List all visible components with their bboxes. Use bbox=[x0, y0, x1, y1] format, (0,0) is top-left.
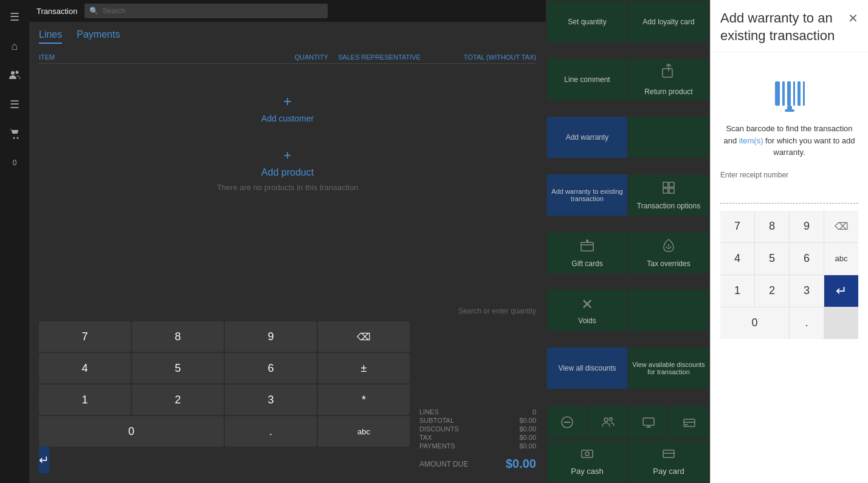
tabs: Lines Payments bbox=[39, 29, 536, 44]
return-product-label: Return product bbox=[644, 87, 692, 96]
tax-overrides-button[interactable]: Tax overrides bbox=[629, 232, 709, 273]
search-bar[interactable]: 🔍 Search bbox=[84, 4, 328, 18]
svg-point-0 bbox=[11, 71, 15, 75]
tax-overrides-icon bbox=[661, 238, 676, 256]
add-customer-label: Add customer bbox=[261, 114, 314, 123]
svg-rect-20 bbox=[582, 450, 593, 457]
line-comment-button[interactable]: Line comment bbox=[547, 59, 627, 100]
scan-desc-link[interactable]: item(s) bbox=[739, 136, 763, 145]
overlay-key-5[interactable]: 5 bbox=[755, 243, 789, 275]
svg-rect-22 bbox=[663, 450, 674, 457]
pay-screen-button[interactable] bbox=[629, 406, 668, 438]
pay-cash-label: Pay cash bbox=[571, 467, 603, 476]
overlay-close-button[interactable]: ✕ bbox=[848, 11, 858, 26]
discounts-value: $0.00 bbox=[480, 425, 536, 433]
overlay-key-3[interactable]: 3 bbox=[790, 275, 824, 307]
sidebar-menu[interactable]: ☰ bbox=[2, 92, 27, 117]
voids-icon: ✕ bbox=[581, 296, 593, 313]
col-total: TOTAL (WITHOUT TAX) bbox=[463, 53, 536, 61]
overlay-header: Add warranty to an existing transaction … bbox=[711, 0, 868, 52]
pay-card-button[interactable]: Pay card bbox=[629, 440, 709, 482]
numpad-8[interactable]: 8 bbox=[132, 321, 224, 352]
overlay-key-4[interactable]: 4 bbox=[720, 243, 754, 275]
numpad-plusminus[interactable]: ± bbox=[318, 353, 410, 383]
pay-card-icon-button[interactable] bbox=[669, 406, 709, 438]
numpad-2[interactable]: 2 bbox=[132, 385, 224, 415]
overlay-key-enter[interactable]: ↵ bbox=[824, 275, 858, 307]
svg-point-12 bbox=[604, 418, 608, 422]
set-quantity-label: Set quantity bbox=[568, 18, 606, 26]
subtotal-value: $0.00 bbox=[480, 417, 536, 424]
set-quantity-button[interactable]: Set quantity bbox=[547, 1, 627, 43]
tab-lines[interactable]: Lines bbox=[39, 29, 62, 44]
sidebar-hamburger[interactable]: ☰ bbox=[2, 5, 27, 29]
receipt-number-input[interactable] bbox=[720, 182, 858, 204]
empty-btn-2[interactable] bbox=[629, 290, 709, 331]
overlay-key-7[interactable]: 7 bbox=[720, 211, 754, 242]
svg-rect-28 bbox=[797, 81, 801, 106]
voids-label: Voids bbox=[578, 317, 596, 325]
bottom-area: Search or enter quantity 7 8 9 ⌫ 4 5 6 ±… bbox=[39, 303, 536, 476]
numpad-star[interactable]: * bbox=[318, 385, 410, 415]
overlay-key-backspace[interactable]: ⌫ bbox=[824, 211, 858, 242]
numpad-5[interactable]: 5 bbox=[132, 353, 224, 383]
overlay-key-6[interactable]: 6 bbox=[790, 243, 824, 275]
lines-value: 0 bbox=[480, 408, 536, 416]
add-warranty-existing-button[interactable]: Add warranty to existing transaction bbox=[547, 174, 627, 216]
pay-cash-button[interactable]: Pay cash bbox=[547, 440, 627, 482]
svg-rect-4 bbox=[663, 69, 672, 77]
gift-cards-button[interactable]: Gift cards bbox=[547, 232, 627, 273]
empty-btn-1[interactable] bbox=[629, 117, 709, 158]
numpad-1[interactable]: 1 bbox=[39, 385, 131, 415]
view-available-discounts-button[interactable]: View available discounts for transaction bbox=[629, 348, 709, 389]
overlay-key-8[interactable]: 8 bbox=[755, 211, 789, 242]
add-product-button[interactable]: + Add product bbox=[261, 148, 314, 178]
scan-barcode-icon bbox=[770, 74, 809, 113]
amount-due-value: $0.00 bbox=[506, 457, 536, 471]
pay-customers-button[interactable] bbox=[588, 406, 627, 438]
pay-cash-icon bbox=[580, 447, 594, 463]
svg-rect-9 bbox=[581, 242, 593, 251]
add-warranty-label: Add warranty bbox=[566, 133, 609, 142]
numpad-0[interactable]: 0 bbox=[39, 416, 224, 447]
sidebar-home[interactable]: ⌂ bbox=[2, 34, 27, 58]
numpad-3[interactable]: 3 bbox=[225, 385, 317, 415]
svg-rect-5 bbox=[663, 182, 668, 187]
return-product-icon bbox=[660, 64, 677, 84]
add-customer-plus-icon: + bbox=[283, 93, 292, 110]
voids-button[interactable]: ✕ Voids bbox=[547, 290, 627, 331]
overlay-key-dot[interactable]: . bbox=[790, 307, 824, 339]
numpad-area: 7 8 9 ⌫ 4 5 6 ± 1 2 3 * 0 . abc bbox=[39, 319, 536, 476]
overlay-key-9[interactable]: 9 bbox=[790, 211, 824, 242]
numpad-enter[interactable]: ↵ bbox=[39, 447, 49, 473]
transaction-options-button[interactable]: Transaction options bbox=[629, 174, 709, 216]
add-customer-area: + Add customer + Add product There are n… bbox=[39, 69, 536, 303]
svg-rect-19 bbox=[685, 424, 687, 425]
overlay-key-2[interactable]: 2 bbox=[755, 275, 789, 307]
search-placeholder: Search bbox=[102, 7, 125, 15]
overlay-key-1[interactable]: 1 bbox=[720, 275, 754, 307]
sidebar-users[interactable] bbox=[2, 63, 27, 87]
gift-cards-label: Gift cards bbox=[571, 259, 602, 268]
sidebar-cart[interactable] bbox=[2, 122, 27, 146]
tab-payments[interactable]: Payments bbox=[77, 29, 120, 44]
view-all-discounts-button[interactable]: View all discounts bbox=[547, 348, 627, 389]
add-customer-button[interactable]: + Add customer bbox=[261, 93, 314, 123]
return-product-button[interactable]: Return product bbox=[629, 59, 709, 100]
add-loyalty-card-button[interactable]: Add loyalty card bbox=[629, 1, 709, 43]
pay-card-label: Pay card bbox=[653, 467, 684, 476]
numpad-dot[interactable]: . bbox=[225, 416, 317, 447]
add-warranty-button[interactable]: Add warranty bbox=[547, 117, 627, 158]
numpad: 7 8 9 ⌫ 4 5 6 ± 1 2 3 * 0 . abc bbox=[39, 321, 410, 447]
numpad-abc[interactable]: abc bbox=[318, 416, 410, 447]
numpad-7[interactable]: 7 bbox=[39, 321, 131, 352]
svg-point-13 bbox=[609, 418, 612, 421]
numpad-9[interactable]: 9 bbox=[225, 321, 317, 352]
overlay-key-0[interactable]: 0 bbox=[720, 307, 789, 339]
overlay-panel: Add warranty to an existing transaction … bbox=[710, 0, 868, 483]
numpad-4[interactable]: 4 bbox=[39, 353, 131, 383]
pay-minus-button[interactable] bbox=[547, 406, 587, 438]
overlay-key-abc[interactable]: abc bbox=[824, 243, 858, 275]
numpad-backspace[interactable]: ⌫ bbox=[318, 321, 410, 352]
numpad-6[interactable]: 6 bbox=[225, 353, 317, 383]
